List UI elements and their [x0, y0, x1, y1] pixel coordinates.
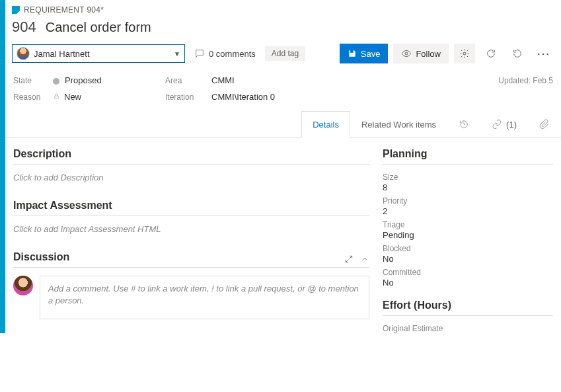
- discussion-heading: Discussion: [13, 251, 338, 263]
- impact-heading: Impact Assessment: [13, 200, 369, 212]
- committed-label: Committed: [383, 268, 553, 277]
- add-tag-button[interactable]: Add tag: [265, 46, 305, 61]
- tab-history[interactable]: [447, 111, 480, 137]
- eye-icon: [401, 48, 412, 59]
- description-input[interactable]: Click to add Description: [13, 173, 369, 182]
- updated-text: Updated: Feb 5: [498, 76, 553, 85]
- original-estimate-label: Original Estimate: [383, 324, 553, 333]
- refresh-icon: [486, 48, 496, 59]
- collapse-icon[interactable]: [360, 255, 369, 264]
- more-actions-button[interactable]: ⋯: [533, 44, 554, 63]
- follow-label: Follow: [416, 49, 441, 59]
- impact-input[interactable]: Click to add Impact Assessment HTML: [13, 224, 369, 234]
- work-item-id: 904: [12, 19, 36, 36]
- area-value[interactable]: CMMI: [211, 75, 498, 85]
- chevron-down-icon: ▼: [174, 50, 180, 58]
- comments-button[interactable]: 0 comments: [190, 44, 260, 63]
- divider: [383, 315, 553, 316]
- accent-bar: [0, 0, 5, 333]
- comments-count: 0 comments: [209, 49, 256, 59]
- iteration-value[interactable]: CMMI\Iteration 0: [211, 92, 498, 102]
- work-item-type-icon: [12, 6, 20, 14]
- assignee-name: Jamal Hartnett: [34, 49, 90, 59]
- tab-attachments[interactable]: [528, 111, 561, 137]
- settings-button[interactable]: [454, 44, 475, 63]
- save-button[interactable]: Save: [340, 44, 389, 63]
- attachment-icon: [539, 119, 550, 130]
- revert-button[interactable]: [507, 44, 528, 63]
- committed-value[interactable]: No: [383, 278, 553, 288]
- planning-heading: Planning: [383, 148, 553, 160]
- state-label: State: [13, 76, 53, 85]
- priority-value[interactable]: 2: [383, 206, 553, 216]
- ellipsis-icon: ⋯: [537, 47, 551, 60]
- size-value[interactable]: 8: [383, 182, 553, 192]
- iteration-label: Iteration: [165, 93, 211, 102]
- svg-point-1: [463, 52, 466, 55]
- triage-value[interactable]: Pending: [383, 230, 553, 240]
- blocked-value[interactable]: No: [383, 254, 553, 264]
- avatar: [17, 47, 30, 60]
- work-item-type-label: REQUIREMENT 904*: [24, 5, 104, 15]
- refresh-button[interactable]: [480, 44, 502, 63]
- priority-label: Priority: [383, 196, 553, 206]
- size-label: Size: [383, 173, 553, 182]
- state-value[interactable]: Proposed: [53, 75, 165, 85]
- divider: [13, 267, 369, 268]
- comment-icon: [194, 48, 205, 59]
- tab-details[interactable]: Details: [301, 111, 350, 137]
- blocked-label: Blocked: [383, 244, 553, 253]
- effort-heading: Effort (Hours): [383, 299, 553, 311]
- lock-icon: [53, 92, 60, 99]
- tab-links[interactable]: (1): [480, 111, 528, 137]
- reason-value[interactable]: New: [53, 92, 165, 102]
- assignee-picker[interactable]: Jamal Hartnett ▼: [12, 44, 185, 63]
- avatar: [13, 276, 33, 295]
- history-icon: [459, 119, 469, 130]
- follow-button[interactable]: Follow: [393, 44, 449, 63]
- tab-related[interactable]: Related Work items: [350, 111, 447, 137]
- links-count: (1): [506, 120, 517, 130]
- reason-label: Reason: [13, 93, 53, 102]
- gear-icon: [459, 48, 470, 59]
- undo-icon: [512, 48, 523, 59]
- triage-label: Triage: [383, 220, 553, 229]
- link-icon: [492, 119, 502, 130]
- divider: [13, 164, 369, 165]
- save-icon: [348, 49, 357, 58]
- work-item-title[interactable]: Cancel order form: [46, 20, 151, 35]
- area-label: Area: [165, 76, 211, 85]
- comment-input[interactable]: Add a comment. Use # to link a work item…: [40, 276, 369, 319]
- save-label: Save: [361, 49, 381, 59]
- divider: [13, 216, 369, 216]
- state-dot-icon: [53, 78, 59, 85]
- svg-point-0: [405, 52, 408, 55]
- expand-icon[interactable]: [344, 255, 354, 264]
- svg-rect-2: [55, 96, 59, 98]
- description-heading: Description: [13, 148, 369, 160]
- divider: [383, 164, 553, 165]
